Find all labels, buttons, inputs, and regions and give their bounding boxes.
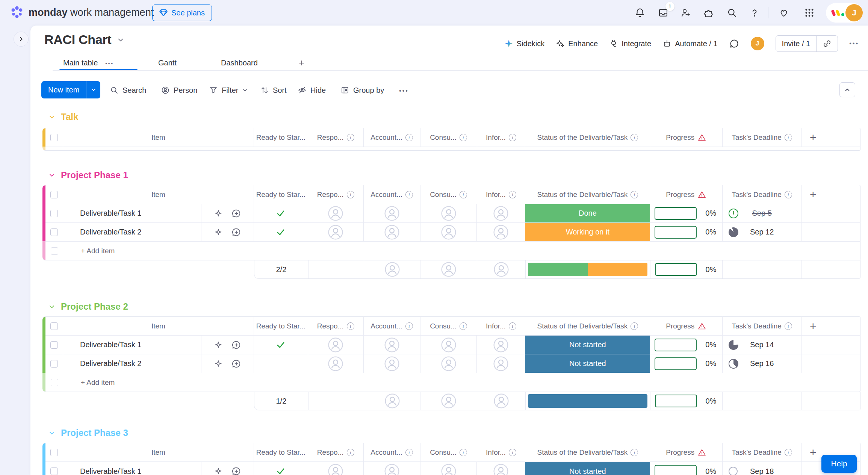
info-icon[interactable]: [631, 191, 638, 198]
item-name-cell[interactable]: Deliverable/Task 1: [63, 336, 201, 354]
info-icon[interactable]: [631, 449, 638, 456]
column-ready[interactable]: Ready to Star...: [254, 443, 308, 461]
tab-gantt[interactable]: Gantt: [158, 56, 177, 69]
column-informed[interactable]: Infor...: [477, 185, 526, 204]
row-checkbox[interactable]: [50, 228, 58, 236]
add-conversation-icon[interactable]: [231, 340, 241, 350]
ready-check-cell[interactable]: [254, 462, 308, 475]
info-icon[interactable]: [509, 134, 516, 141]
info-icon[interactable]: [347, 134, 354, 141]
column-deadline[interactable]: Task's Deadline: [723, 443, 801, 461]
search-button[interactable]: Search: [110, 83, 146, 97]
sidekick-button[interactable]: Sidekick: [504, 39, 544, 48]
info-icon[interactable]: [405, 134, 413, 141]
info-icon[interactable]: [460, 322, 467, 330]
responsible-cell[interactable]: [308, 462, 364, 475]
column-consulted[interactable]: Consu...: [420, 317, 477, 335]
board-owner-avatar[interactable]: J: [751, 37, 764, 50]
add-column-button[interactable]: +: [801, 185, 860, 204]
open-sidebar-button[interactable]: [14, 32, 29, 47]
add-column-button[interactable]: +: [801, 317, 860, 335]
group-collapse-icon[interactable]: [48, 429, 56, 437]
info-icon[interactable]: [509, 322, 516, 330]
column-informed[interactable]: Infor...: [477, 317, 526, 335]
info-icon[interactable]: [347, 191, 354, 198]
column-responsible[interactable]: Respo...: [308, 317, 364, 335]
board-discussion-icon[interactable]: [729, 38, 739, 49]
notifications-bell-icon[interactable]: [632, 5, 647, 20]
deadline-cell[interactable]: Sep 5: [723, 204, 801, 222]
new-item-button[interactable]: New item: [41, 81, 100, 98]
invite-members-icon[interactable]: [678, 5, 693, 20]
filter-button[interactable]: Filter: [209, 83, 248, 97]
person-filter-button[interactable]: Person: [161, 83, 197, 97]
ai-sparkle-icon[interactable]: [213, 466, 223, 475]
status-distribution-cell[interactable]: [526, 392, 650, 410]
column-consulted[interactable]: Consu...: [420, 128, 477, 147]
group-collapse-icon[interactable]: [48, 303, 56, 310]
ready-check-cell[interactable]: [254, 336, 308, 354]
column-accountable[interactable]: Account...: [364, 317, 420, 335]
column-deadline[interactable]: Task's Deadline: [723, 185, 801, 204]
column-item[interactable]: Item: [63, 317, 254, 335]
info-icon[interactable]: [785, 134, 792, 141]
tab-main-table[interactable]: Main table: [63, 56, 114, 69]
deadline-cell[interactable]: Sep 12: [723, 223, 801, 241]
row-checkbox[interactable]: [50, 341, 58, 349]
progress-cell[interactable]: 0%: [650, 336, 723, 354]
ai-sparkle-icon[interactable]: [213, 209, 223, 218]
column-ready[interactable]: Ready to Star...: [254, 128, 308, 147]
accountable-cell[interactable]: [364, 223, 420, 241]
toolbar-more-options-icon[interactable]: [399, 83, 409, 97]
consulted-cell[interactable]: [420, 223, 477, 241]
column-item[interactable]: Item: [63, 128, 254, 147]
monday-mark-icon[interactable]: [830, 8, 846, 18]
informed-cell[interactable]: [477, 223, 525, 241]
deadline-cell[interactable]: Sep 18: [723, 462, 801, 475]
accountable-cell[interactable]: [364, 462, 420, 475]
hide-columns-button[interactable]: Hide: [298, 83, 326, 97]
integrate-button[interactable]: Integrate: [609, 39, 651, 48]
responsible-cell[interactable]: [308, 204, 364, 222]
add-item-button[interactable]: + Add item: [63, 242, 115, 260]
ai-sparkle-icon[interactable]: [213, 359, 223, 369]
help-button[interactable]: Help: [821, 455, 857, 473]
column-item[interactable]: Item: [63, 185, 254, 204]
info-icon[interactable]: [631, 134, 638, 141]
status-cell[interactable]: Working on it: [525, 223, 650, 241]
column-status[interactable]: Status of the Delivarble/Task: [525, 128, 650, 147]
column-responsible[interactable]: Respo...: [308, 185, 364, 204]
info-icon[interactable]: [785, 449, 792, 456]
ready-check-cell[interactable]: [254, 223, 308, 241]
new-item-dropdown-icon[interactable]: [86, 81, 100, 98]
tab-options-icon[interactable]: [105, 59, 114, 67]
add-conversation-icon[interactable]: [231, 466, 241, 475]
row-checkbox[interactable]: [50, 210, 58, 217]
group-collapse-icon[interactable]: [48, 171, 56, 179]
accountable-cell[interactable]: [364, 204, 420, 222]
column-accountable[interactable]: Account...: [364, 443, 420, 461]
column-consulted[interactable]: Consu...: [420, 443, 477, 461]
column-status[interactable]: Status of the Delivarble/Task: [525, 443, 650, 461]
item-name-cell[interactable]: Deliverable/Task 1: [63, 462, 201, 475]
informed-cell[interactable]: [477, 336, 525, 354]
invite-button[interactable]: Invite / 1: [776, 36, 817, 51]
help-question-icon[interactable]: [747, 5, 762, 20]
product-switcher-grid-icon[interactable]: [802, 5, 817, 20]
search-icon[interactable]: [724, 5, 739, 20]
ai-sparkle-icon[interactable]: [213, 227, 223, 237]
deadline-cell[interactable]: Sep 14: [723, 336, 801, 354]
tab-dashboard[interactable]: Dashboard: [221, 56, 258, 69]
column-progress[interactable]: Progress: [650, 317, 723, 335]
informed-cell[interactable]: [477, 204, 525, 222]
inbox-icon[interactable]: 1: [656, 5, 671, 20]
row-checkbox[interactable]: [50, 360, 58, 368]
user-avatar[interactable]: J: [845, 4, 863, 21]
sort-button[interactable]: Sort: [260, 83, 287, 97]
group-by-button[interactable]: Group by: [340, 83, 384, 97]
info-icon[interactable]: [785, 322, 792, 330]
info-icon[interactable]: [785, 191, 792, 198]
column-accountable[interactable]: Account...: [364, 128, 420, 147]
progress-cell[interactable]: 0%: [650, 462, 723, 475]
info-icon[interactable]: [347, 449, 354, 456]
